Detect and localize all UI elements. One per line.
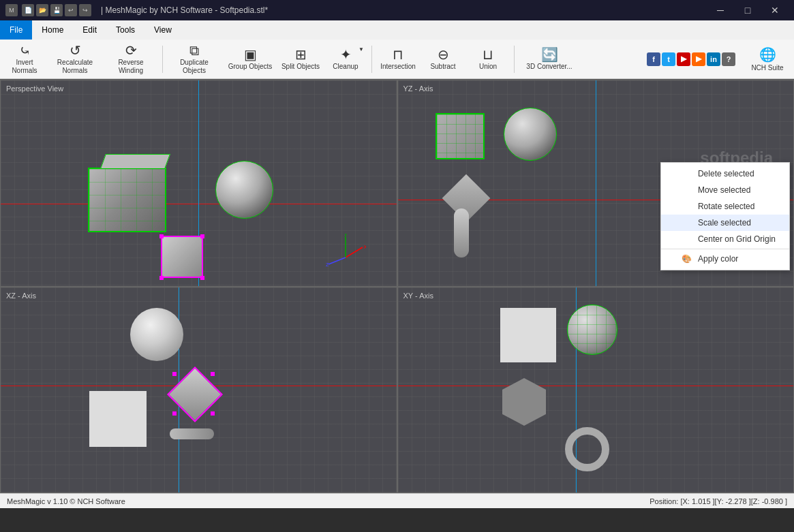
window-controls: ─ □ ✕ [707, 0, 789, 20]
duplicate-objects-icon: ⧉ [189, 44, 199, 57]
status-right: Position: [X: 1.015 ][Y: -2.278 ][Z: -0.… [650, 497, 787, 505]
split-objects-button[interactable]: ⊞ Split Objects [279, 42, 322, 77]
menu-edit[interactable]: Edit [73, 20, 106, 40]
menu-file[interactable]: File [0, 20, 32, 40]
yz-axis-v [596, 80, 596, 286]
youtube-icon[interactable]: ▶ [677, 52, 690, 66]
perspective-label: Perspective View [6, 84, 63, 93]
perspective-cube-top [100, 154, 170, 169]
open-icon[interactable]: 📂 [36, 4, 48, 16]
maximize-button[interactable]: □ [734, 0, 761, 20]
perspective-selected-obj [161, 236, 203, 278]
viewports-container: Perspective View x y z [0, 79, 794, 493]
cleanup-dropdown-icon: ▼ [358, 46, 364, 52]
facebook-icon[interactable]: f [647, 52, 660, 66]
viewport-xz[interactable]: XZ - Axis [0, 287, 397, 494]
axis-arrows-svg: x y z [325, 234, 366, 268]
yz-sphere [504, 108, 557, 161]
viewport-xy[interactable]: XY - Axis [397, 287, 795, 494]
separator-2 [371, 46, 372, 73]
orange-icon[interactable]: ▶ [692, 52, 705, 66]
reverse-winding-icon: ⟳ [125, 44, 137, 57]
svg-text:x: x [364, 243, 366, 250]
svg-text:y: y [344, 234, 348, 237]
3d-converter-icon: 🔄 [541, 48, 558, 61]
group-objects-button[interactable]: ▣ Group Objects [223, 42, 277, 77]
3d-converter-button[interactable]: 🔄 3D Converter... [519, 42, 580, 77]
xy-torus [565, 427, 609, 471]
toolbar-right: f t ▶ ▶ in ? 🌐 NCH Suite [647, 42, 791, 77]
svg-line-2 [329, 257, 346, 264]
toolbar: ⤿ Invert Normals ↺ Recalculate Normals ⟳… [0, 40, 794, 79]
ctx-color-icon: 🎨 [682, 254, 692, 264]
ctx-apply-color[interactable]: 🎨 Apply color [661, 251, 789, 267]
recalculate-normals-icon: ↺ [70, 44, 81, 57]
svg-marker-6 [502, 378, 546, 426]
union-button[interactable]: ⊔ Union [466, 42, 510, 77]
sel-corner-br [200, 276, 204, 280]
xz-cube [89, 391, 147, 447]
close-button[interactable]: ✕ [761, 0, 789, 20]
viewport-perspective[interactable]: Perspective View x y z [0, 80, 397, 287]
xz-sel-tr [211, 372, 215, 376]
xy-pentagon-svg [497, 375, 551, 429]
perspective-cube-grid [89, 169, 165, 231]
intersection-icon: ⊓ [393, 48, 403, 61]
svg-line-0 [346, 247, 363, 257]
ctx-scale-selected[interactable]: Scale selected [661, 215, 789, 231]
perspective-axis-indicator: x y z [325, 234, 366, 269]
intersection-button[interactable]: ⊓ Intersection [376, 42, 420, 77]
ctx-move-selected[interactable]: Move selected [661, 182, 789, 198]
yz-label: YZ - Axis [403, 84, 433, 93]
yz-cube-grid [437, 114, 483, 158]
menu-bar: File Home Edit Tools View [0, 20, 794, 40]
recalculate-normals-button[interactable]: ↺ Recalculate Normals [48, 42, 102, 77]
cleanup-icon: ✦ [340, 48, 352, 61]
invert-normals-button[interactable]: ⤿ Invert Normals [3, 42, 46, 77]
status-left: MeshMagic v 1.10 © NCH Software [7, 497, 125, 505]
xz-label: XZ - Axis [6, 292, 36, 300]
new-icon[interactable]: 📄 [22, 4, 34, 16]
menu-tools[interactable]: Tools [106, 20, 144, 40]
app-icon: M [5, 4, 18, 16]
ctx-center-grid[interactable]: Center on Grid Origin [661, 231, 789, 247]
xz-sel-bl [172, 411, 177, 416]
xy-cube [500, 308, 556, 362]
linkedin-icon[interactable]: in [707, 52, 720, 66]
subtract-button[interactable]: ⊖ Subtract [421, 42, 465, 77]
reverse-winding-button[interactable]: ⟳ Reverse Winding [104, 42, 158, 77]
menu-home[interactable]: Home [32, 20, 73, 40]
xy-label: XY - Axis [403, 292, 433, 300]
xz-sel-tl [172, 372, 177, 376]
xy-sphere-grid [568, 305, 617, 354]
save-icon[interactable]: 💾 [50, 4, 63, 16]
perspective-sphere [215, 161, 273, 219]
svg-text:z: z [326, 261, 329, 268]
ctx-delete-selected[interactable]: Delete selected [661, 166, 789, 182]
duplicate-objects-button[interactable]: ⧉ Duplicate Objects [167, 42, 222, 77]
perspective-cube [88, 168, 166, 232]
subtract-icon: ⊖ [438, 48, 449, 61]
twitter-icon[interactable]: t [662, 52, 675, 66]
nch-suite-button[interactable]: 🌐 NCH Suite [744, 42, 791, 77]
separator-3 [514, 46, 515, 73]
xz-sphere [130, 308, 183, 361]
ctx-separator [661, 249, 789, 249]
menu-view[interactable]: View [144, 20, 181, 40]
help-icon[interactable]: ? [722, 52, 735, 66]
viewport-yz[interactable]: YZ - Axis softpedia Delete selected Move… [397, 80, 795, 287]
sel-corner-tr [200, 234, 204, 238]
minimize-button[interactable]: ─ [707, 0, 734, 20]
xz-sel-br [211, 411, 215, 416]
sel-corner-bl [159, 276, 164, 280]
yz-cube [436, 113, 485, 159]
window-title: | MeshMagic by NCH Software - Softpedia.… [101, 5, 268, 15]
sel-corner-tl [159, 234, 164, 238]
xy-axis-h [398, 386, 794, 386]
undo-icon[interactable]: ↩ [65, 4, 77, 16]
xz-capsule [170, 428, 214, 439]
cleanup-button[interactable]: ✦ Cleanup ▼ [324, 42, 367, 77]
ctx-rotate-selected[interactable]: Rotate selected [661, 198, 789, 215]
redo-icon[interactable]: ↪ [79, 4, 91, 16]
yz-capsule [454, 208, 469, 257]
